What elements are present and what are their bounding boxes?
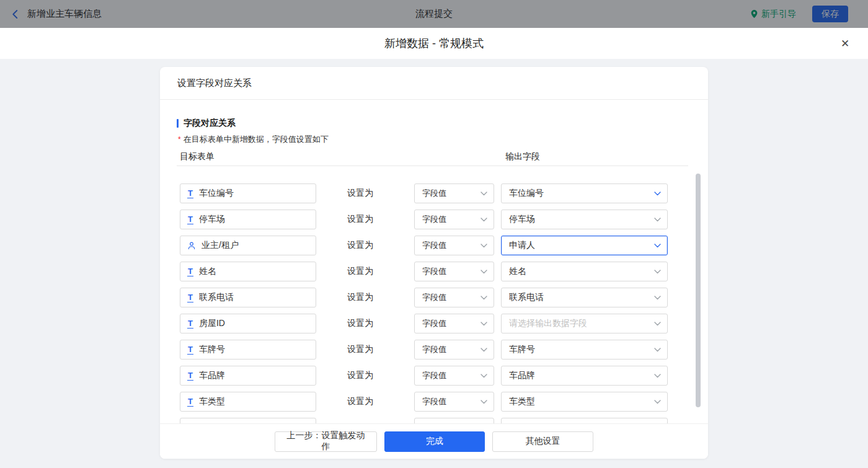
output-field-label: 停车场 <box>509 214 535 225</box>
target-field-label: 车牌号 <box>199 344 225 355</box>
chevron-down-icon <box>654 218 661 222</box>
value-type-label: 字段值 <box>422 318 446 329</box>
chevron-down-icon <box>480 218 487 222</box>
target-field-input[interactable]: T 车类型 <box>180 392 316 412</box>
chevron-down-icon <box>654 322 661 326</box>
output-field-label: 联系电话 <box>509 292 544 303</box>
value-type-label: 字段值 <box>422 266 446 277</box>
target-field-label: 车类型 <box>199 396 225 407</box>
text-field-icon: T <box>187 189 193 198</box>
value-type-select[interactable]: 字段值 <box>414 340 494 360</box>
mapping-row: T 车品牌 设置为 字段值 车品牌 <box>160 366 708 386</box>
target-field-input[interactable]: T 联系电话 <box>180 288 316 307</box>
back-button[interactable] <box>10 9 21 20</box>
value-type-select[interactable]: 字段值 <box>414 288 494 307</box>
section-title: 字段对应关系 <box>177 118 236 129</box>
required-mark: * <box>178 135 181 144</box>
value-type-select[interactable]: 字段值 <box>414 314 494 333</box>
save-button[interactable]: 保存 <box>812 6 848 22</box>
user-icon <box>187 241 196 250</box>
chevron-down-icon <box>480 244 487 248</box>
card-footer: 上一步：设置触发动作 完成 其他设置 <box>160 423 708 459</box>
target-field-label: 房屋ID <box>199 318 225 329</box>
target-field-label: 车位编号 <box>199 188 234 199</box>
text-field-icon: T <box>187 397 193 407</box>
chevron-down-icon <box>654 192 661 196</box>
chevron-down-icon <box>654 244 661 248</box>
topbar: 新增业主车辆信息 流程提交 新手引导 保存 <box>0 0 868 28</box>
done-button[interactable]: 完成 <box>384 431 485 452</box>
value-type-label: 字段值 <box>422 370 446 381</box>
value-type-select[interactable]: 字段值 <box>414 236 494 255</box>
output-field-label: 姓名 <box>509 266 526 277</box>
mapping-list: T 车位编号 设置为 字段值 车位编号 T <box>160 174 708 423</box>
text-field-icon: T <box>187 215 193 224</box>
text-field-icon: T <box>187 319 193 329</box>
previous-step-button[interactable]: 上一步：设置触发动作 <box>275 431 377 452</box>
target-field-input[interactable]: T 房屋ID <box>180 314 316 333</box>
other-settings-button[interactable]: 其他设置 <box>492 431 593 452</box>
output-field-select[interactable] <box>501 418 668 423</box>
set-as-label: 设置为 <box>347 396 373 407</box>
scrollbar[interactable] <box>696 174 701 407</box>
value-type-select[interactable]: 字段值 <box>414 366 494 386</box>
target-field-input[interactable]: T 姓名 <box>180 262 316 281</box>
set-as-label: 设置为 <box>347 214 373 225</box>
card-header-title: 设置字段对应关系 <box>160 67 708 100</box>
output-field-select[interactable]: 联系电话 <box>501 288 668 307</box>
target-field-label: 车品牌 <box>199 370 225 381</box>
output-field-label: 车类型 <box>509 396 535 407</box>
output-field-select[interactable]: 姓名 <box>501 262 668 281</box>
value-type-select[interactable]: 字段值 <box>414 183 494 203</box>
column-header-target: 目标表单 <box>180 151 215 162</box>
chevron-down-icon <box>654 270 661 274</box>
target-field-input[interactable]: T 车品牌 <box>180 366 316 386</box>
column-divider <box>177 166 688 166</box>
output-field-select[interactable]: 车牌号 <box>501 340 668 360</box>
text-field-icon: T <box>187 293 193 302</box>
output-field-select[interactable]: 车品牌 <box>501 366 668 386</box>
value-type-select[interactable]: 字段值 <box>414 392 494 412</box>
modal-title: 新增数据 - 常规模式 <box>384 36 484 51</box>
target-field-input[interactable]: T 车位编号 <box>180 183 316 203</box>
target-field-label: 业主/租户 <box>202 240 239 251</box>
chevron-down-icon <box>480 348 487 352</box>
map-pin-icon <box>750 9 758 19</box>
value-type-select[interactable]: 字段值 <box>414 210 494 229</box>
chevron-down-icon <box>480 400 487 404</box>
chevron-down-icon <box>654 296 661 300</box>
chevron-down-icon <box>654 400 661 404</box>
value-type-select[interactable] <box>414 418 494 423</box>
flow-title: 新增业主车辆信息 <box>27 8 102 20</box>
target-field-input[interactable]: T 业主/租户 <box>180 236 316 255</box>
section-title-label: 字段对应关系 <box>184 118 236 129</box>
mapping-note: *在目标表单中新增数据，字段值设置如下 <box>178 134 329 145</box>
target-field-input[interactable]: T 车牌号 <box>180 340 316 360</box>
text-field-icon: T <box>187 371 193 381</box>
output-field-label: 车位编号 <box>509 188 544 199</box>
note-text: 在目标表单中新增数据，字段值设置如下 <box>184 135 329 144</box>
set-as-label: 设置为 <box>347 318 373 329</box>
value-type-label: 字段值 <box>422 240 446 251</box>
output-field-select[interactable]: 申请人 <box>501 236 668 255</box>
output-field-select[interactable]: 车位编号 <box>501 183 668 203</box>
beginner-guide-link[interactable]: 新手引导 <box>750 9 796 20</box>
set-as-label: 设置为 <box>347 266 373 277</box>
chevron-left-icon <box>10 9 21 20</box>
target-field-input[interactable]: T 停车场 <box>180 210 316 229</box>
output-field-select[interactable]: 请选择输出数据字段 <box>501 314 668 333</box>
set-as-label: 设置为 <box>347 292 373 303</box>
field-mapping-card: 设置字段对应关系 字段对应关系 *在目标表单中新增数据，字段值设置如下 目标表单… <box>160 67 708 459</box>
section-accent-bar <box>177 119 179 128</box>
output-field-select[interactable]: 停车场 <box>501 210 668 229</box>
mapping-row: T 车牌号 设置为 字段值 车牌号 <box>160 340 708 360</box>
output-field-label: 车牌号 <box>509 344 535 355</box>
output-field-select[interactable]: 车类型 <box>501 392 668 412</box>
target-field-input[interactable]: T <box>180 418 316 423</box>
value-type-select[interactable]: 字段值 <box>414 262 494 281</box>
output-field-label: 车品牌 <box>509 370 535 381</box>
mapping-row: T 联系电话 设置为 字段值 联系电话 <box>160 288 708 307</box>
close-icon[interactable]: ✕ <box>838 37 852 50</box>
mapping-row: T 停车场 设置为 字段值 停车场 <box>160 210 708 229</box>
column-header-output: 输出字段 <box>505 151 540 162</box>
